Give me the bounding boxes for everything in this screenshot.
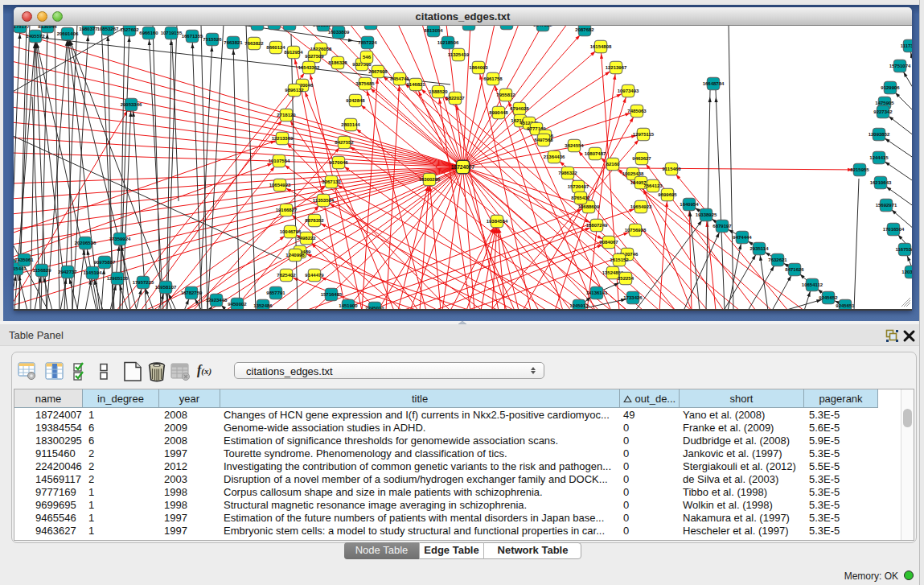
svg-text:1588520: 1588520 [429, 89, 448, 94]
svg-text:10853267: 10853267 [97, 27, 119, 31]
svg-text:8912954: 8912954 [284, 50, 303, 55]
svg-text:1405572: 1405572 [26, 34, 45, 39]
svg-text:252254: 252254 [618, 276, 634, 281]
svg-text:18807249: 18807249 [586, 223, 608, 228]
svg-text:15720407: 15720407 [568, 184, 589, 189]
svg-text:10654112: 10654112 [802, 282, 823, 287]
svg-text:2942737: 2942737 [58, 270, 77, 274]
svg-text:7857224: 7857224 [358, 40, 377, 45]
svg-text:12975115: 12975115 [633, 132, 655, 137]
svg-text:2867608: 2867608 [368, 69, 388, 74]
svg-text:8990448: 8990448 [489, 110, 508, 115]
svg-text:19654923: 19654923 [630, 204, 652, 209]
svg-text:16033809: 16033809 [313, 26, 335, 27]
svg-text:9245651: 9245651 [836, 303, 855, 308]
svg-text:20691406: 20691406 [57, 31, 79, 36]
svg-text:9245652: 9245652 [819, 295, 838, 300]
svg-text:5647382: 5647382 [533, 26, 552, 27]
svg-text:20206536: 20206536 [75, 241, 97, 245]
svg-text:9474444: 9474444 [733, 235, 752, 240]
svg-text:9857791: 9857791 [266, 290, 285, 295]
svg-text:9115460: 9115460 [662, 167, 681, 171]
svg-text:9699695: 9699695 [658, 192, 677, 197]
svg-text:15751074: 15751074 [889, 64, 911, 68]
svg-text:19166827: 19166827 [276, 208, 298, 212]
svg-text:90975887: 90975887 [94, 260, 116, 265]
svg-text:2718120: 2718120 [277, 113, 296, 117]
svg-text:10958107: 10958107 [155, 285, 177, 290]
svg-text:9896132: 9896132 [285, 88, 304, 93]
svg-text:12093852: 12093852 [869, 132, 890, 137]
svg-text:2935114: 2935114 [749, 246, 769, 251]
svg-text:16648784: 16648784 [703, 81, 725, 86]
svg-text:7515526: 7515526 [203, 37, 222, 42]
svg-text:7345678: 7345678 [280, 26, 299, 27]
svg-text:19218506: 19218506 [437, 40, 459, 45]
svg-text:10025438: 10025438 [622, 171, 644, 176]
svg-text:1352486: 1352486 [253, 303, 273, 308]
svg-text:16154808: 16154808 [590, 44, 612, 49]
svg-text:10719155: 10719155 [161, 31, 183, 35]
svg-text:546: 546 [363, 55, 372, 60]
svg-text:1240998: 1240998 [285, 253, 305, 257]
svg-text:7955812: 7955812 [496, 93, 515, 97]
svg-text:6794028: 6794028 [510, 106, 529, 111]
svg-text:7625402: 7625402 [277, 273, 296, 278]
svg-text:6497568: 6497568 [534, 138, 553, 142]
svg-text:5498222: 5498222 [297, 236, 316, 241]
svg-text:7663822: 7663822 [244, 41, 264, 46]
svg-text:6966160: 6966160 [139, 31, 158, 35]
svg-text:1475905: 1475905 [875, 101, 894, 105]
svg-text:15692971: 15692971 [876, 203, 897, 208]
svg-text:1527602: 1527602 [120, 27, 139, 32]
svg-text:16782759: 16782759 [181, 290, 203, 295]
svg-text:1451900: 1451900 [339, 303, 358, 308]
svg-text:2384756: 2384756 [459, 26, 478, 27]
svg-text:8454749: 8454749 [390, 76, 409, 81]
svg-text:6961758: 6961758 [483, 76, 503, 81]
svg-text:8765432: 8765432 [571, 196, 590, 200]
svg-text:12923448: 12923448 [206, 298, 228, 303]
svg-text:62160: 62160 [606, 162, 620, 167]
svg-text:1245013: 1245013 [569, 303, 589, 308]
svg-text:16543362: 16543362 [298, 65, 320, 70]
svg-text:5822037: 5822037 [446, 96, 465, 101]
svg-text:18724007: 18724007 [451, 164, 475, 170]
svg-text:7986322: 7986322 [558, 171, 577, 175]
svg-text:1244415: 1244415 [869, 155, 889, 160]
svg-text:15716485: 15716485 [321, 292, 343, 297]
svg-text:8471626: 8471626 [785, 267, 804, 272]
svg-text:14136141: 14136141 [586, 290, 608, 295]
svg-text:1156829: 1156829 [32, 268, 51, 273]
svg-text:9170046: 9170046 [329, 160, 348, 165]
svg-text:9227342: 9227342 [873, 109, 893, 114]
svg-text:3267130: 3267130 [322, 179, 341, 184]
svg-text:1864093: 1864093 [469, 65, 488, 70]
svg-text:1615152: 1615152 [610, 257, 629, 262]
svg-text:3875685: 3875685 [355, 81, 375, 86]
svg-text:8878352: 8878352 [305, 218, 324, 223]
svg-text:9084067: 9084067 [599, 240, 618, 245]
svg-text:16210643: 16210643 [870, 180, 892, 185]
svg-text:3624554: 3624554 [565, 143, 584, 148]
svg-text:12213369: 12213369 [272, 136, 294, 141]
svg-text:9450002: 9450002 [228, 302, 247, 307]
svg-text:10688609: 10688609 [578, 204, 600, 209]
svg-text:12905135: 12905135 [107, 276, 129, 281]
svg-text:17957225: 17957225 [133, 280, 154, 285]
svg-text:1640954: 1640954 [680, 202, 699, 207]
svg-text:10807487: 10807487 [585, 151, 606, 156]
svg-text:8660124: 8660124 [266, 45, 285, 50]
svg-text:17359924: 17359924 [109, 237, 131, 241]
svg-text:8427552: 8427552 [335, 140, 354, 145]
svg-text:3915441: 3915441 [14, 266, 27, 271]
svg-text:9129906: 9129906 [881, 85, 900, 90]
svg-text:12213967: 12213967 [606, 65, 627, 70]
svg-text:16033809: 16033809 [328, 30, 350, 35]
svg-text:16671355: 16671355 [182, 34, 203, 39]
svg-text:10756928: 10756928 [625, 228, 647, 233]
svg-text:2803144: 2803144 [341, 122, 360, 127]
svg-text:6879197: 6879197 [713, 224, 732, 229]
svg-text:7663821: 7663821 [224, 40, 243, 45]
svg-text:7564123: 7564123 [643, 183, 663, 188]
